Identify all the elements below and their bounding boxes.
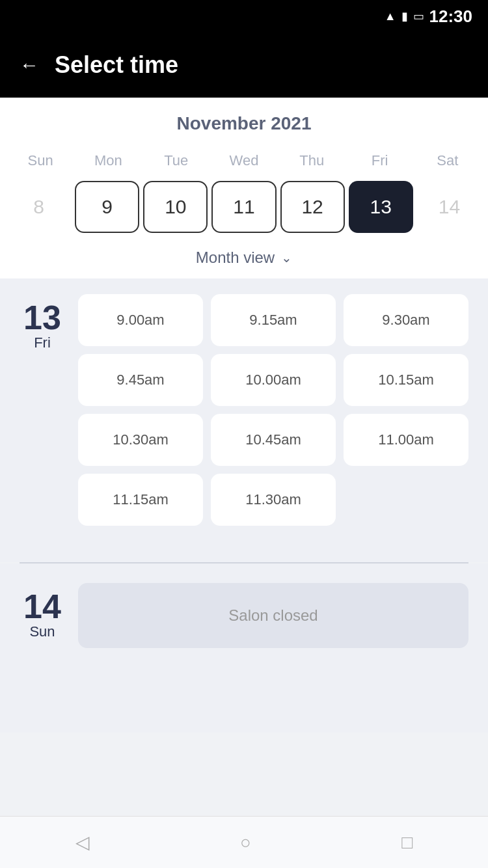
timeslot-1130am[interactable]: 11.30am — [211, 474, 336, 526]
weekday-mon: Mon — [74, 147, 142, 174]
battery-icon: ▭ — [413, 9, 424, 23]
timeslots-section: 13 Fri 9.00am 9.15am 9.30am 9.45am 10.00… — [0, 278, 488, 561]
back-button[interactable]: ← — [20, 55, 39, 75]
timeslot-1115am[interactable]: 11.15am — [78, 474, 203, 526]
day-9[interactable]: 9 — [75, 181, 139, 233]
day-11[interactable]: 11 — [211, 181, 276, 233]
day-13-label: 13 Fri — [20, 294, 65, 526]
weekday-sun: Sun — [7, 147, 74, 174]
month-view-label: Month view — [196, 249, 275, 267]
back-nav-icon[interactable]: ◁ — [75, 832, 90, 853]
chevron-down-icon: ⌄ — [281, 250, 292, 265]
page-title: Select time — [55, 51, 178, 79]
timeslot-1015am[interactable]: 10.15am — [344, 354, 468, 406]
weekday-tue: Tue — [142, 147, 210, 174]
month-label: November 2021 — [0, 113, 488, 134]
home-nav-icon[interactable]: ○ — [240, 832, 251, 853]
day-13-name: Fri — [34, 334, 51, 351]
day-14-label: 14 Sun — [20, 583, 65, 648]
timeslot-945am[interactable]: 9.45am — [78, 354, 203, 406]
day-12[interactable]: 12 — [280, 181, 345, 233]
day-13-section: 13 Fri 9.00am 9.15am 9.30am 9.45am 10.00… — [20, 294, 468, 526]
weekday-sat: Sat — [414, 147, 481, 174]
status-bar: ▲ ▮ ▭ 12:30 — [0, 0, 488, 33]
timeslot-900am[interactable]: 9.00am — [78, 294, 203, 346]
wifi-icon: ▲ — [385, 10, 396, 23]
status-icons: ▲ ▮ ▭ 12:30 — [385, 7, 472, 27]
month-view-toggle[interactable]: Month view ⌄ — [0, 239, 488, 278]
day-8: 8 — [7, 181, 71, 233]
bottom-nav: ◁ ○ □ — [0, 816, 488, 868]
timeslot-930am[interactable]: 9.30am — [344, 294, 468, 346]
day-13-timeslots-grid: 9.00am 9.15am 9.30am 9.45am 10.00am 10.1… — [78, 294, 468, 526]
timeslot-1100am[interactable]: 11.00am — [344, 414, 468, 466]
timeslot-1045am[interactable]: 10.45am — [211, 414, 336, 466]
signal-icon: ▮ — [401, 9, 408, 23]
weekdays-row: Sun Mon Tue Wed Thu Fri Sat — [0, 147, 488, 174]
timeslot-1000am[interactable]: 10.00am — [211, 354, 336, 406]
header: ← Select time — [0, 33, 488, 98]
salon-closed-box: Salon closed — [78, 583, 468, 648]
timeslot-1030am[interactable]: 10.30am — [78, 414, 203, 466]
day-13[interactable]: 13 — [349, 181, 413, 233]
days-row: 8 9 10 11 12 13 14 — [0, 174, 488, 239]
day-14: 14 — [417, 181, 481, 233]
day-13-number: 13 — [23, 301, 61, 334]
calendar-section: November 2021 Sun Mon Tue Wed Thu Fri Sa… — [0, 98, 488, 278]
weekday-thu: Thu — [278, 147, 346, 174]
day-14-number: 14 — [23, 590, 61, 623]
status-time: 12:30 — [429, 7, 473, 27]
salon-closed-label: Salon closed — [228, 606, 318, 625]
day-10[interactable]: 10 — [143, 181, 208, 233]
recent-nav-icon[interactable]: □ — [401, 832, 413, 853]
weekday-wed: Wed — [210, 147, 278, 174]
weekday-fri: Fri — [346, 147, 413, 174]
day-14-section: 14 Sun Salon closed — [0, 563, 488, 668]
timeslot-915am[interactable]: 9.15am — [211, 294, 336, 346]
day-14-name: Sun — [29, 623, 55, 640]
